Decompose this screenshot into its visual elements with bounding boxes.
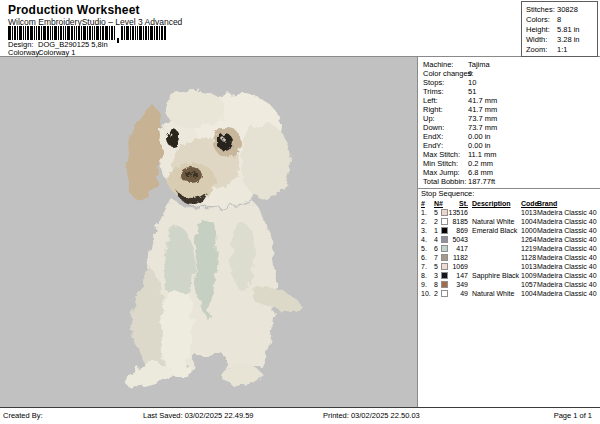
- created-by-label: Created By:: [3, 411, 43, 420]
- info-trims: Trims:51: [418, 87, 600, 96]
- info-stops: Stops:10: [418, 78, 600, 87]
- stop-sequence-row: 3.1869Emerald Black1000Madeira Classic 4…: [418, 226, 600, 235]
- stop-sequence-header: # N# St. Description Code Brand: [418, 199, 600, 208]
- machine-info-panel: Machine:Tajima Color changes:9 Stops:10 …: [417, 57, 600, 407]
- info-down: Down:73.7 mm: [418, 123, 600, 132]
- stat-zoom: Zoom:1:1: [526, 45, 597, 55]
- last-saved-label: Last Saved: 03/02/2025 22.49.59: [143, 411, 254, 420]
- info-endx: EndX:0.00 in: [418, 132, 600, 141]
- info-max-stitch: Max Stitch:11.1 mm: [418, 150, 600, 159]
- stop-sequence-title: Stop Sequence:: [418, 189, 600, 199]
- stat-stitches: Stitches:30828: [526, 5, 597, 15]
- stop-sequence-row: 9.83491057Madeira Classic 40: [418, 280, 600, 289]
- info-machine: Machine:Tajima: [418, 60, 600, 69]
- stop-sequence-row: 2.28185Natural White1004Madeira Classic …: [418, 217, 600, 226]
- colorway-row: Colorway:Colorway 1: [8, 49, 76, 57]
- info-max-jump: Max Jump:6.8 mm: [418, 168, 600, 177]
- info-total-bobbin: Total Bobbin:187.77ft: [418, 177, 600, 186]
- colorway-value: Colorway 1: [38, 48, 76, 57]
- stop-sequence-row: 1.5135161013Madeira Classic 40: [418, 208, 600, 217]
- stop-sequence-row: 8.3147Sapphire Black1009Madeira Classic …: [418, 271, 600, 280]
- stop-sequence-row: 4.450431264Madeira Classic 40: [418, 235, 600, 244]
- page-number-label: Page 1 of 1: [554, 411, 592, 420]
- stop-sequence-row: 10.249Natural White1004Madeira Classic 4…: [418, 289, 600, 298]
- stop-sequence-row: 6.711821128Madeira Classic 40: [418, 253, 600, 262]
- info-color-changes: Color changes:9: [418, 69, 600, 78]
- embroidered-dog-design: [0, 57, 417, 407]
- stop-sequence-row: 5.64171219Madeira Classic 40: [418, 244, 600, 253]
- info-left: Left:41.7 mm: [418, 96, 600, 105]
- footer: Created By: Last Saved: 03/02/2025 22.49…: [0, 407, 600, 424]
- design-stats-box: Stitches:30828 Colors:8 Height:5.81 in W…: [521, 1, 598, 57]
- stat-width: Width:3.28 in: [526, 35, 597, 45]
- design-canvas: [0, 57, 417, 407]
- info-right: Right:41.7 mm: [418, 105, 600, 114]
- page-title: Production Worksheet: [8, 3, 140, 17]
- stat-height: Height:5.81 in: [526, 25, 597, 35]
- info-endy: EndY:0.00 in: [418, 141, 600, 150]
- printed-label: Printed: 03/02/2025 22.50.03: [323, 411, 420, 420]
- stop-sequence-row: 7.510691013Madeira Classic 40: [418, 262, 600, 271]
- colorway-label: Colorway:: [8, 49, 38, 57]
- stat-colors: Colors:8: [526, 15, 597, 25]
- info-up: Up:73.7 mm: [418, 114, 600, 123]
- worksheet-header: Production Worksheet Wilcom EmbroiderySt…: [0, 0, 600, 57]
- info-min-stitch: Min Stitch:0.2 mm: [418, 159, 600, 168]
